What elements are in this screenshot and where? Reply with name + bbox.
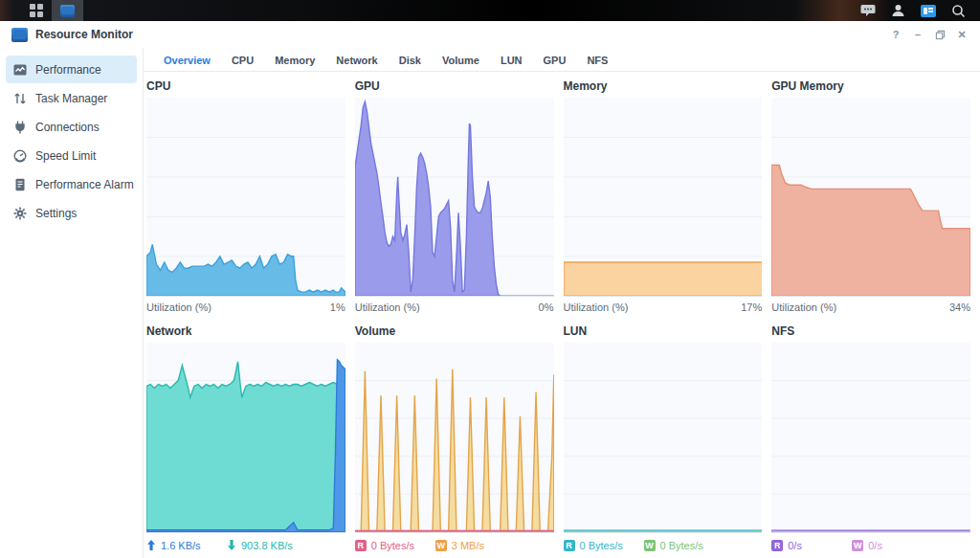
legend-item-upload-arrow: 1.6 KB/s xyxy=(146,540,227,551)
tab-network[interactable]: Network xyxy=(325,55,388,66)
sidebar: Performance Task Manager Connections Spe… xyxy=(0,48,144,558)
chart-panel-nfs: NFS R0/sW0/s xyxy=(771,324,970,552)
r-badge-icon: R xyxy=(771,540,783,551)
performance-alarm-icon xyxy=(13,178,27,191)
cpu-chart xyxy=(146,98,345,297)
nfs-chart xyxy=(771,343,970,533)
tab-nfs[interactable]: NFS xyxy=(576,55,618,66)
resource-monitor-app-icon[interactable] xyxy=(52,0,83,21)
tab-overview[interactable]: Overview xyxy=(153,55,221,66)
search-icon[interactable] xyxy=(947,0,970,21)
sidebar-item-performance-alarm[interactable]: Performance Alarm xyxy=(6,170,137,198)
tab-lun[interactable]: LUN xyxy=(490,55,533,66)
chart-footer: Utilization (%) 0% xyxy=(355,297,554,316)
chart-panel-volume: Volume R0 Bytes/sW3 MB/s xyxy=(355,324,554,552)
legend-item-w: W0 Bytes/s xyxy=(644,540,703,551)
chart-title: GPU xyxy=(355,79,554,93)
chart-title: Network xyxy=(146,324,345,338)
footer-label: Utilization (%) xyxy=(146,301,212,316)
series-write xyxy=(355,369,554,532)
footer-label: Utilization (%) xyxy=(564,301,629,316)
widgets-icon[interactable] xyxy=(916,0,941,21)
download-arrow-icon xyxy=(227,540,236,550)
sidebar-item-label: Task Manager xyxy=(35,92,107,105)
main-content: Overview CPU Memory Network Disk Volume … xyxy=(144,48,980,558)
chart-panel-network: Network 1.6 KB/s903.8 KB/s xyxy=(146,324,345,552)
task-manager-icon xyxy=(13,92,27,105)
restore-button[interactable] xyxy=(933,28,947,41)
settings-icon xyxy=(13,207,27,220)
legend-item-r: R0 Bytes/s xyxy=(355,540,435,551)
chart-legend: R0 Bytes/sW3 MB/s xyxy=(355,533,554,552)
close-button[interactable]: ✕ xyxy=(955,28,969,41)
sidebar-item-label: Performance Alarm xyxy=(35,178,134,191)
resource-monitor-window-icon xyxy=(11,28,28,42)
memory-chart xyxy=(564,98,763,297)
tab-memory[interactable]: Memory xyxy=(264,55,325,66)
volume-chart xyxy=(355,343,554,533)
chart-panel-memory: Memory Utilization (%) 17% xyxy=(564,79,763,316)
w-badge-icon: W xyxy=(644,540,656,551)
series-download xyxy=(146,362,345,532)
tab-gpu[interactable]: GPU xyxy=(533,55,577,66)
tab-cpu[interactable]: CPU xyxy=(221,55,264,66)
widget-panel-icon xyxy=(921,5,936,17)
tab-volume[interactable]: Volume xyxy=(432,55,490,66)
app-icon xyxy=(60,5,75,17)
legend-item-r: R0/s xyxy=(771,540,852,551)
sidebar-item-settings[interactable]: Settings xyxy=(6,199,137,227)
gpu-chart xyxy=(355,98,554,297)
legend-value: 903.8 KB/s xyxy=(241,540,293,551)
sidebar-item-speed-limit[interactable]: Speed Limit xyxy=(6,142,137,169)
gpu-memory-chart xyxy=(771,98,970,297)
footer-value: 0% xyxy=(539,301,554,316)
footer-label: Utilization (%) xyxy=(771,301,836,316)
r-badge-icon: R xyxy=(355,540,367,551)
window-title: Resource Monitor xyxy=(35,28,133,41)
chart-panel-lun: LUN R0 Bytes/sW0 Bytes/s xyxy=(564,324,763,552)
help-button[interactable]: ? xyxy=(889,28,902,41)
chart-footer: Utilization (%) 34% xyxy=(771,297,970,316)
resource-monitor-window: Resource Monitor ? – ✕ Performance Task … xyxy=(0,21,980,558)
footer-value: 17% xyxy=(741,301,762,316)
minimize-button[interactable]: – xyxy=(911,28,924,41)
legend-value: 1.6 KB/s xyxy=(161,540,201,551)
tab-bar: Overview CPU Memory Network Disk Volume … xyxy=(144,48,980,72)
tab-disk[interactable]: Disk xyxy=(389,55,432,66)
legend-item-r: R0 Bytes/s xyxy=(564,540,644,551)
legend-value: 0/s xyxy=(788,540,802,551)
chart-legend: R0/sW0/s xyxy=(771,533,970,552)
footer-label: Utilization (%) xyxy=(355,301,420,316)
user-icon[interactable] xyxy=(886,0,910,21)
sidebar-item-task-manager[interactable]: Task Manager xyxy=(6,84,137,112)
legend-value: 0 Bytes/s xyxy=(371,540,414,551)
legend-item-w: W3 MB/s xyxy=(435,540,484,551)
chart-panel-cpu: CPU Utilization (%) 1% xyxy=(146,79,345,316)
titlebar: Resource Monitor ? – ✕ xyxy=(0,21,980,48)
legend-value: 3 MB/s xyxy=(452,540,484,551)
sidebar-item-performance[interactable]: Performance xyxy=(6,56,137,83)
grid-icon xyxy=(30,4,43,17)
chart-panel-gpu: GPU Utilization (%) 0% xyxy=(355,79,554,316)
chart-title: LUN xyxy=(564,324,763,338)
upload-arrow-icon xyxy=(146,540,156,550)
speed-limit-icon xyxy=(13,149,27,163)
performance-icon xyxy=(13,63,27,77)
w-badge-icon: W xyxy=(852,540,863,551)
sidebar-item-connections[interactable]: Connections xyxy=(6,113,137,141)
chart-legend: R0 Bytes/sW0 Bytes/s xyxy=(564,533,763,552)
chart-title: Volume xyxy=(355,324,554,338)
chat-icon[interactable] xyxy=(856,0,880,21)
legend-item-download-arrow: 903.8 KB/s xyxy=(227,540,293,551)
chart-footer: Utilization (%) 17% xyxy=(564,297,763,316)
series-utilization xyxy=(146,244,345,296)
r-badge-icon: R xyxy=(564,540,575,551)
chart-title: Memory xyxy=(564,79,763,93)
sidebar-item-label: Connections xyxy=(35,121,100,134)
legend-value: 0 Bytes/s xyxy=(660,540,703,551)
lun-chart xyxy=(564,343,763,533)
legend-value: 0/s xyxy=(868,540,882,551)
chart-title: NFS xyxy=(771,324,970,338)
network-chart xyxy=(146,343,345,533)
main-menu-icon[interactable] xyxy=(21,0,52,21)
